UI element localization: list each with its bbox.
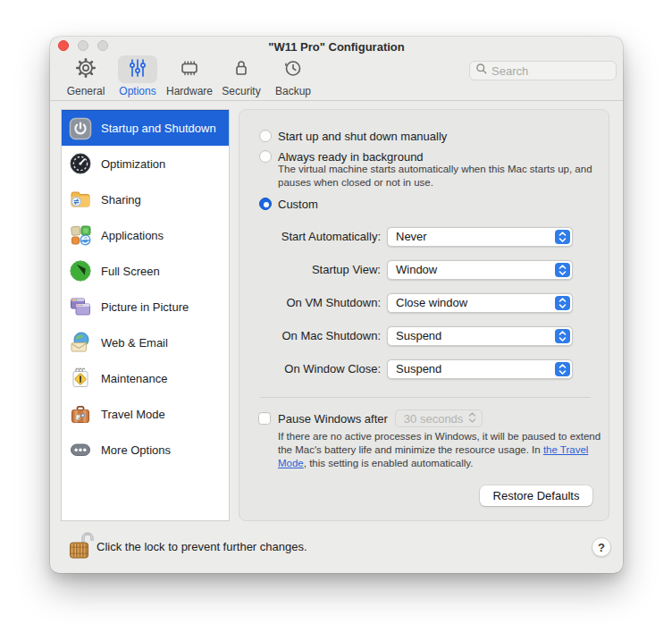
radio-always-ready[interactable]: Always ready in background	[259, 149, 424, 164]
stepper-chevrons-icon	[555, 230, 570, 244]
ellipsis-icon	[69, 438, 92, 461]
stepper-chevrons-icon	[555, 329, 570, 343]
sidebar-item-web-and-email[interactable]: Web & Email	[62, 325, 229, 360]
sidebar-item-label: Sharing	[101, 193, 141, 207]
sidebar-item-label: Applications	[101, 229, 164, 242]
dropdown-label: On Window Close:	[247, 359, 381, 379]
pause-duration-value: 30 seconds	[404, 412, 464, 426]
sidebar-item-full-screen[interactable]: Full Screen	[62, 253, 229, 289]
sidebar-item-label: Full Screen	[101, 265, 160, 278]
dropdown-label: On VM Shutdown:	[247, 293, 381, 313]
sidebar-item-label: Maintenance	[101, 372, 167, 385]
toolbar-tab-options[interactable]: Options	[114, 55, 161, 97]
toolbar-tab-general[interactable]: General	[63, 55, 109, 97]
sidebar-item-optimization[interactable]: Optimization	[62, 146, 229, 181]
section-divider	[260, 397, 591, 398]
dropdown-row-startup-view: Startup View: Window	[239, 260, 609, 280]
dropdown-label: Startup View:	[247, 260, 381, 280]
pip-windows-icon	[69, 295, 92, 318]
dropdown-label: Start Automatically:	[247, 227, 381, 247]
radio-label: Start up and shut down manually	[278, 130, 447, 143]
help-button[interactable]: ?	[592, 537, 611, 557]
gauge-icon	[69, 152, 92, 175]
stepper-chevrons-icon	[555, 296, 570, 310]
pause-windows-checkbox[interactable]	[258, 412, 271, 425]
pause-description: If there are no active processes in Wind…	[278, 430, 601, 470]
sidebar-item-label: Optimization	[101, 157, 165, 171]
apps-icon	[69, 224, 92, 247]
sidebar-item-applications[interactable]: Applications	[62, 217, 229, 253]
sliders-icon	[128, 57, 147, 82]
toolbar-tab-label: General	[67, 85, 105, 97]
screenshot-stage: "W11 Pro" Configuration General	[0, 0, 672, 641]
sidebar-item-label: More Options	[101, 443, 171, 457]
window-title: "W11 Pro" Configuration	[50, 40, 623, 54]
dropdown-row-on-window-close: On Window Close: Suspend	[239, 359, 609, 379]
toolbar-tab-hardware[interactable]: Hardware	[166, 55, 213, 97]
pause-windows-label: Pause Windows after	[278, 412, 388, 426]
dropdown-value: Window	[396, 261, 437, 279]
search-icon	[475, 63, 488, 79]
always-ready-description: The virtual machine starts automatically…	[278, 163, 596, 190]
fullscreen-icon	[69, 259, 92, 283]
stepper-chevrons-icon	[555, 362, 570, 376]
dropdown-row-on-vm-shutdown: On VM Shutdown: Close window	[239, 293, 609, 313]
radio-label: Custom	[278, 198, 318, 211]
radio-startup-manually[interactable]: Start up and shut down manually	[259, 129, 447, 143]
stepper-chevrons-icon	[555, 263, 570, 277]
toolbar-tab-security[interactable]: Security	[218, 55, 265, 97]
sidebar-item-maintenance[interactable]: Maintenance	[62, 360, 229, 396]
search-input[interactable]	[491, 64, 599, 78]
sidebar-item-label: Web & Email	[101, 336, 168, 350]
pause-windows-row: Pause Windows after 30 seconds	[258, 409, 483, 428]
sidebar-item-more-options[interactable]: More Options	[62, 432, 229, 468]
on-mac-shutdown-dropdown[interactable]: Suspend	[387, 326, 573, 346]
sidebar-item-startup-and-shutdown[interactable]: Startup and Shutdown	[62, 110, 229, 146]
radio-label: Always ready in background	[278, 150, 424, 164]
dropdown-label: On Mac Shutdown:	[247, 326, 381, 346]
dropdown-row-start-automatically: Start Automatically: Never	[239, 227, 609, 247]
window-header: "W11 Pro" Configuration General	[50, 37, 623, 101]
on-vm-shutdown-dropdown[interactable]: Close window	[387, 293, 573, 313]
dropdown-row-on-mac-shutdown: On Mac Shutdown: Suspend	[239, 326, 609, 346]
sidebar-item-label: Startup and Shutdown	[101, 122, 216, 135]
lock-icon	[231, 57, 251, 82]
suitcase-icon	[69, 402, 92, 426]
sidebar-item-label: Travel Mode	[101, 408, 165, 421]
gear-icon	[75, 57, 97, 82]
search-field[interactable]	[469, 61, 617, 80]
sidebar-item-picture-in-picture[interactable]: Picture in Picture	[62, 289, 229, 325]
globe-envelope-icon	[69, 331, 92, 354]
sidebar: Startup and Shutdown Optimization	[61, 109, 230, 521]
radio-custom[interactable]: Custom	[259, 197, 318, 211]
options-panel: Start up and shut down manually Always r…	[239, 109, 609, 521]
chip-icon	[178, 57, 201, 82]
unlocked-padlock-icon[interactable]	[68, 529, 97, 563]
start-automatically-dropdown[interactable]: Never	[387, 227, 573, 247]
configuration-window: "W11 Pro" Configuration General	[50, 37, 623, 573]
toolbar-tab-label: Backup	[275, 85, 311, 97]
toolbar-tab-label: Options	[119, 85, 155, 97]
shared-folder-icon	[69, 188, 92, 211]
dropdown-value: Suspend	[396, 360, 441, 378]
radio-circle[interactable]	[259, 150, 272, 163]
pause-description-text: , this setting is enabled automatically.	[304, 458, 474, 468]
sidebar-item-travel-mode[interactable]: Travel Mode	[62, 396, 229, 432]
toolbar: General Options	[63, 55, 316, 97]
radio-circle[interactable]	[259, 130, 272, 142]
power-icon	[69, 117, 92, 140]
toolbar-tab-label: Security	[222, 85, 260, 97]
dropdown-value: Suspend	[396, 327, 441, 345]
startup-view-dropdown[interactable]: Window	[387, 260, 573, 280]
lock-hint-text: Click the lock to prevent further change…	[97, 540, 307, 553]
sidebar-item-label: Picture in Picture	[101, 300, 189, 314]
toolbar-tab-label: Hardware	[166, 85, 213, 97]
toolbar-tab-backup[interactable]: Backup	[270, 55, 316, 97]
stepper-chevrons-disabled-icon	[468, 410, 476, 426]
sidebar-item-sharing[interactable]: Sharing	[62, 181, 229, 217]
on-window-close-dropdown[interactable]: Suspend	[387, 359, 573, 379]
radio-circle-selected[interactable]	[259, 198, 272, 210]
time-machine-icon	[282, 57, 304, 82]
restore-defaults-button[interactable]: Restore Defaults	[480, 485, 592, 506]
dropdown-value: Close window	[396, 294, 467, 312]
